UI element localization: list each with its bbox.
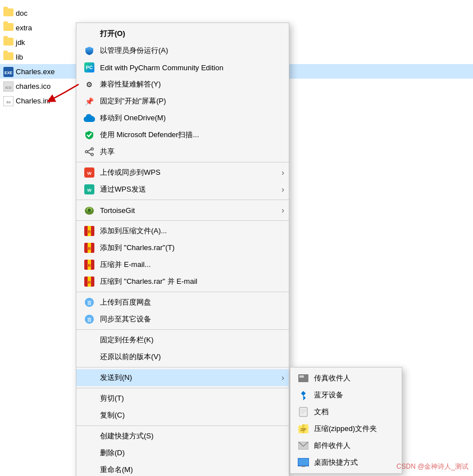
detail-row-doc (76, 6, 473, 20)
svg-rect-44 (298, 458, 309, 466)
submenu-item-mail[interactable]: 邮件收件人 (290, 437, 402, 454)
svg-text:W: W (87, 171, 92, 176)
menu-item-wps-send[interactable]: W 通过WPS发送 (76, 181, 289, 198)
svg-point-7 (91, 148, 93, 150)
share-icon (83, 146, 95, 158)
exe-icon-charles: EXE (3, 67, 13, 76)
separator-5 (76, 329, 289, 330)
submenu-item-bluetooth[interactable]: 蓝牙设备 (290, 387, 402, 404)
menu-item-compat[interactable]: ⚙ 兼容性疑难解答(Y) (76, 76, 289, 93)
menu-item-open[interactable]: 打开(O) (76, 25, 289, 42)
open-icon (83, 28, 95, 40)
desktop-shortcut-icon (297, 456, 310, 469)
svg-rect-37 (299, 407, 307, 416)
pin-taskbar-icon (83, 334, 95, 346)
menu-item-add-archive[interactable]: R 添加到压缩文件(A)... (76, 223, 289, 239)
svg-text:百: 百 (87, 301, 92, 306)
menu-label-zip-email: 压缩并 E-mail... (100, 260, 280, 270)
menu-item-send-to[interactable]: 发送到(N) 传真收件人 蓝牙设备 (76, 369, 289, 386)
menu-item-run-admin[interactable]: 以管理员身份运行(A) (76, 42, 289, 59)
menu-label-tortoisegit: TortoiseGit (100, 206, 280, 215)
copy-icon (83, 409, 95, 421)
wps-upload-icon: W (83, 166, 95, 179)
menu-item-zip-email[interactable]: R 压缩并 E-mail... (76, 256, 289, 273)
menu-item-rename[interactable]: 重命名(M) (76, 461, 289, 476)
svg-text:ICO: ICO (6, 86, 12, 89)
svg-point-8 (91, 153, 93, 156)
menu-item-defender[interactable]: 使用 Microsoft Defender扫描... (76, 126, 289, 143)
menu-label-baidu-sync: 同步至其它设备 (100, 314, 280, 324)
svg-rect-36 (299, 375, 304, 378)
mail-icon (297, 439, 310, 452)
svg-line-10 (88, 149, 91, 151)
restore-icon (83, 351, 95, 363)
menu-label-pin-taskbar: 固定到任务栏(K) (100, 335, 280, 345)
submenu-item-desktop[interactable]: 桌面快捷方式 (290, 454, 402, 471)
menu-item-baidu-upload[interactable]: 百 上传到百度网盘 (76, 294, 289, 311)
menu-label-admin: 以管理员身份运行(A) (100, 46, 280, 56)
menu-label-onedrive: 移动到 OneDrive(M) (100, 113, 280, 123)
menu-item-pin-start[interactable]: 📌 固定到"开始"屏幕(P) (76, 93, 289, 110)
menu-label-share: 共享 (100, 147, 280, 157)
winrar-icon-2: R (83, 242, 95, 254)
cut-icon (83, 392, 95, 405)
tortoisegit-icon (83, 204, 95, 216)
file-item-extra[interactable]: extra (0, 20, 76, 35)
menu-item-add-rar[interactable]: R 添加到 "Charles.rar"(T) (76, 239, 289, 256)
svg-rect-45 (302, 466, 305, 467)
submenu-send-to: 传真收件人 蓝牙设备 (290, 367, 402, 474)
file-item-jdk[interactable]: jdk (0, 35, 76, 49)
menu-item-wps-upload[interactable]: W 上传或同步到WPS (76, 164, 289, 181)
menu-item-onedrive[interactable]: 移动到 OneDrive(M) (76, 110, 289, 126)
separator-4 (76, 292, 289, 292)
submenu-item-documents[interactable]: 文档 (290, 404, 402, 420)
menu-label-wps-upload: 上传或同步到WPS (100, 167, 280, 178)
svg-text:W: W (87, 188, 92, 193)
separator-3 (76, 220, 289, 221)
shield-icon (83, 44, 95, 57)
bluetooth-icon (297, 389, 310, 401)
menu-label-send-to: 发送到(N) (100, 373, 280, 383)
baidu-upload-icon: 百 (83, 296, 95, 309)
menu-item-baidu-sync[interactable]: 百 同步至其它设备 (76, 311, 289, 328)
defender-icon (83, 129, 95, 141)
menu-item-delete[interactable]: 删除(D) (76, 445, 289, 461)
menu-item-create-shortcut[interactable]: 创建快捷方式(S) (76, 428, 289, 445)
file-item-charles-exe[interactable]: EXE Charles.exe (0, 64, 76, 79)
documents-icon (297, 406, 310, 418)
svg-line-11 (88, 152, 91, 154)
winrar-icon-3: R (83, 259, 95, 271)
submenu-item-fax[interactable]: 传真收件人 (290, 370, 402, 387)
submenu-label-fax: 传真收件人 (314, 373, 351, 383)
menu-label-add-archive: 添加到压缩文件(A)... (100, 226, 280, 236)
file-item-doc[interactable]: doc (0, 6, 76, 20)
submenu-label-bluetooth: 蓝牙设备 (314, 390, 343, 400)
menu-item-zip-rar-email[interactable]: R 压缩到 "Charles.rar" 并 E-mail (76, 273, 289, 290)
svg-text:R: R (88, 230, 90, 234)
submenu-label-mail: 邮件收件人 (314, 441, 351, 451)
file-name-doc: doc (16, 9, 28, 17)
separator-1 (76, 162, 289, 162)
menu-label-pin-start: 固定到"开始"屏幕(P) (100, 96, 280, 106)
onedrive-icon (83, 112, 95, 124)
menu-item-pin-taskbar[interactable]: 固定到任务栏(K) (76, 332, 289, 348)
menu-item-share[interactable]: 共享 (76, 143, 289, 160)
menu-item-tortoisegit[interactable]: TortoiseGit (76, 202, 289, 219)
svg-text:ZIP: ZIP (301, 428, 307, 432)
submenu-label-zip-folder: 压缩(zipped)文件夹 (314, 424, 377, 434)
menu-item-copy[interactable]: 复制(C) (76, 407, 289, 424)
separator-2 (76, 200, 289, 200)
submenu-label-desktop: 桌面快捷方式 (314, 457, 358, 468)
separator-7 (76, 388, 289, 388)
menu-label-create-shortcut: 创建快捷方式(S) (100, 431, 280, 441)
menu-item-restore-prev[interactable]: 还原以前的版本(V) (76, 348, 289, 365)
svg-point-18 (88, 208, 91, 212)
menu-label-copy: 复制(C) (100, 410, 280, 420)
menu-label-add-rar: 添加到 "Charles.rar"(T) (100, 243, 280, 253)
menu-item-pycharm[interactable]: PC Edit with PyCharm Community Edition (76, 59, 289, 76)
file-item-lib[interactable]: lib (0, 49, 76, 64)
menu-item-cut[interactable]: 剪切(T) (76, 390, 289, 407)
submenu-item-zip-folder[interactable]: ZIP 压缩(zipped)文件夹 (290, 420, 402, 437)
fax-icon (297, 372, 310, 384)
folder-icon-lib (3, 52, 13, 61)
